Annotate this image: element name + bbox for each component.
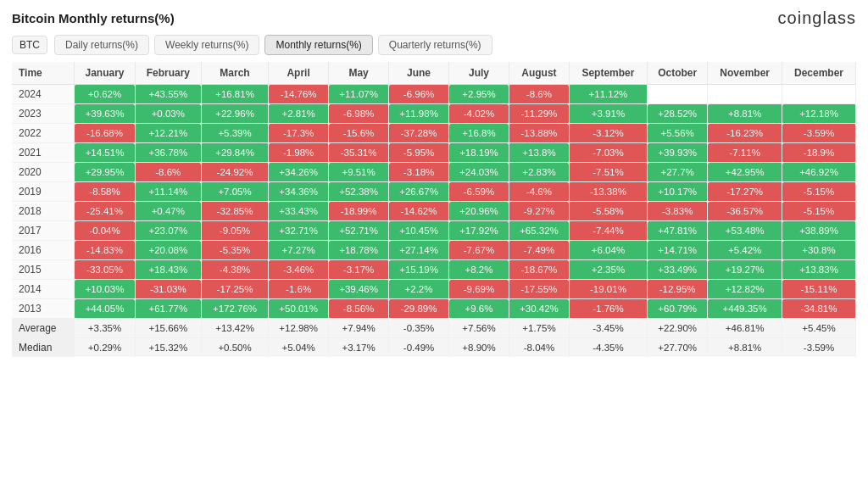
data-cell: -4.02% bbox=[449, 104, 509, 124]
table-row: 2015-33.05%+18.43%-4.38%-3.46%-3.17%+15.… bbox=[12, 260, 856, 280]
data-cell: +2.83% bbox=[509, 163, 569, 182]
data-cell: -8.56% bbox=[329, 299, 389, 319]
median-label: Median bbox=[12, 338, 75, 358]
data-cell: +11.98% bbox=[389, 104, 449, 124]
data-cell: -16.68% bbox=[75, 124, 135, 143]
median-cell: -4.35% bbox=[569, 338, 647, 358]
average-cell: +7.56% bbox=[449, 319, 509, 338]
data-cell: +46.92% bbox=[782, 163, 856, 182]
data-cell: -34.81% bbox=[782, 299, 856, 319]
data-cell: +27.14% bbox=[389, 241, 449, 260]
median-cell: +8.90% bbox=[449, 338, 509, 358]
asset-selector[interactable]: BTC bbox=[12, 36, 47, 54]
average-cell: -3.45% bbox=[569, 319, 647, 338]
data-cell: +5.56% bbox=[648, 124, 708, 143]
data-cell: -12.95% bbox=[648, 280, 708, 299]
average-cell: -0.35% bbox=[389, 319, 449, 338]
data-cell: -15.11% bbox=[782, 280, 856, 299]
average-row: Average+3.35%+15.66%+13.42%+12.98%+7.94%… bbox=[12, 319, 856, 338]
data-cell: +11.14% bbox=[135, 182, 201, 202]
data-cell: +15.19% bbox=[389, 260, 449, 280]
tab-btn-2[interactable]: Monthly returns(%) bbox=[264, 35, 372, 55]
data-cell: +11.12% bbox=[569, 85, 647, 104]
average-cell: +3.35% bbox=[75, 319, 135, 338]
median-cell: +0.29% bbox=[75, 338, 135, 358]
tab-btn-3[interactable]: Quarterly returns(%) bbox=[378, 35, 492, 55]
data-cell: +43.55% bbox=[135, 85, 201, 104]
data-cell: +6.04% bbox=[569, 241, 647, 260]
data-cell: +26.67% bbox=[389, 182, 449, 202]
data-cell: -14.83% bbox=[75, 241, 135, 260]
data-cell: -7.44% bbox=[569, 221, 647, 241]
year-cell: 2013 bbox=[12, 299, 75, 319]
data-cell: +39.93% bbox=[648, 143, 708, 163]
data-cell: +3.91% bbox=[569, 104, 647, 124]
data-cell: +2.81% bbox=[269, 104, 329, 124]
table-row: 2022-16.68%+12.21%+5.39%-17.3%-15.6%-37.… bbox=[12, 124, 856, 143]
data-cell: -13.88% bbox=[509, 124, 569, 143]
average-cell: +5.45% bbox=[782, 319, 856, 338]
data-cell: -7.11% bbox=[708, 143, 782, 163]
data-cell: +10.17% bbox=[648, 182, 708, 202]
col-header-october: October bbox=[648, 62, 708, 85]
data-cell: +16.81% bbox=[201, 85, 268, 104]
data-cell: +9.6% bbox=[449, 299, 509, 319]
data-cell: +18.43% bbox=[135, 260, 201, 280]
data-cell: -9.27% bbox=[509, 202, 569, 221]
data-cell: +34.26% bbox=[269, 163, 329, 182]
data-cell: +36.78% bbox=[135, 143, 201, 163]
tab-btn-0[interactable]: Daily returns(%) bbox=[54, 35, 149, 55]
data-cell: +22.96% bbox=[201, 104, 268, 124]
year-cell: 2015 bbox=[12, 260, 75, 280]
average-cell: +13.42% bbox=[201, 319, 268, 338]
data-cell: -25.41% bbox=[75, 202, 135, 221]
data-cell: +18.78% bbox=[329, 241, 389, 260]
data-cell: -18.9% bbox=[782, 143, 856, 163]
data-cell: +20.96% bbox=[449, 202, 509, 221]
year-cell: 2024 bbox=[12, 85, 75, 104]
col-header-august: August bbox=[509, 62, 569, 85]
data-cell: +0.62% bbox=[75, 85, 135, 104]
data-cell: +18.19% bbox=[449, 143, 509, 163]
median-cell: +8.81% bbox=[708, 338, 782, 358]
brand-logo: coinglass bbox=[778, 8, 856, 28]
data-cell: +12.18% bbox=[782, 104, 856, 124]
data-cell: +30.42% bbox=[509, 299, 569, 319]
data-cell: +14.71% bbox=[648, 241, 708, 260]
data-cell: -3.18% bbox=[389, 163, 449, 182]
data-cell: +20.08% bbox=[135, 241, 201, 260]
data-cell: -1.98% bbox=[269, 143, 329, 163]
data-cell: -37.28% bbox=[389, 124, 449, 143]
table-row: 2019-8.58%+11.14%+7.05%+34.36%+52.38%+26… bbox=[12, 182, 856, 202]
data-cell: +39.63% bbox=[75, 104, 135, 124]
col-header-march: March bbox=[201, 62, 268, 85]
data-cell: -0.04% bbox=[75, 221, 135, 241]
col-header-december: December bbox=[782, 62, 856, 85]
data-cell: +10.03% bbox=[75, 280, 135, 299]
data-cell: +42.95% bbox=[708, 163, 782, 182]
data-cell: +449.35% bbox=[708, 299, 782, 319]
data-cell: +2.95% bbox=[449, 85, 509, 104]
data-cell: +30.8% bbox=[782, 241, 856, 260]
year-cell: 2017 bbox=[12, 221, 75, 241]
table-row: 2020+29.95%-8.6%-24.92%+34.26%+9.51%-3.1… bbox=[12, 163, 856, 182]
median-cell: -0.49% bbox=[389, 338, 449, 358]
table-row: 2017-0.04%+23.07%-9.05%+32.71%+52.71%+10… bbox=[12, 221, 856, 241]
data-cell: -4.6% bbox=[509, 182, 569, 202]
table-row: 2016-14.83%+20.08%-5.35%+7.27%+18.78%+27… bbox=[12, 241, 856, 260]
data-cell: +172.76% bbox=[201, 299, 268, 319]
data-cell: -7.03% bbox=[569, 143, 647, 163]
tab-btn-1[interactable]: Weekly returns(%) bbox=[154, 35, 259, 55]
average-label: Average bbox=[12, 319, 75, 338]
data-cell: +33.49% bbox=[648, 260, 708, 280]
table-row: 2013+44.05%+61.77%+172.76%+50.01%-8.56%-… bbox=[12, 299, 856, 319]
data-cell: -3.83% bbox=[648, 202, 708, 221]
data-cell: -6.98% bbox=[329, 104, 389, 124]
table-row: 2024+0.62%+43.55%+16.81%-14.76%+11.07%-6… bbox=[12, 85, 856, 104]
average-cell: +15.66% bbox=[135, 319, 201, 338]
year-cell: 2019 bbox=[12, 182, 75, 202]
data-cell: -6.96% bbox=[389, 85, 449, 104]
year-cell: 2020 bbox=[12, 163, 75, 182]
data-cell: +38.89% bbox=[782, 221, 856, 241]
median-cell: +3.17% bbox=[329, 338, 389, 358]
